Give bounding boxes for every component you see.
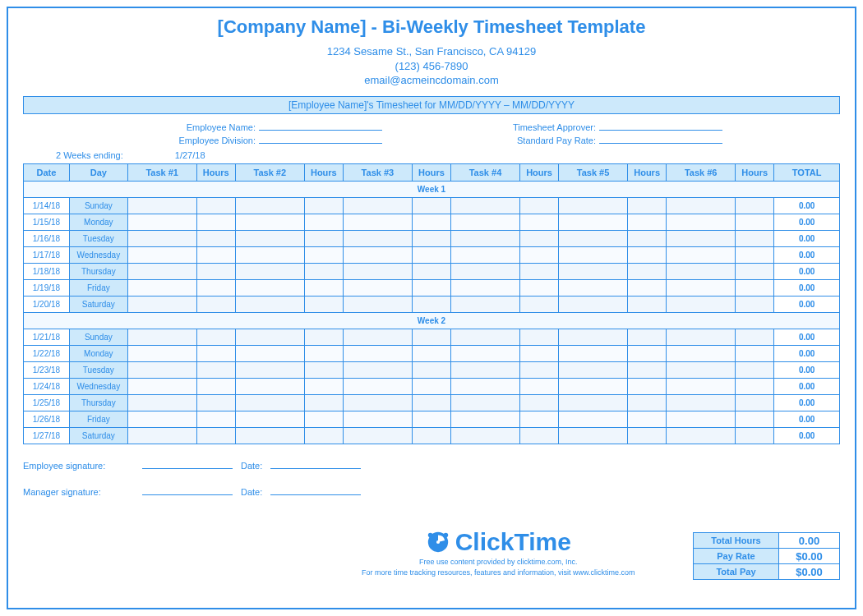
employee-name-input[interactable] (259, 121, 382, 131)
task-cell[interactable] (667, 296, 736, 312)
task-cell[interactable] (127, 296, 196, 312)
task-cell[interactable] (127, 197, 196, 214)
hours-cell[interactable] (627, 361, 666, 378)
hours-cell[interactable] (627, 197, 666, 214)
approver-input[interactable] (599, 121, 722, 131)
task-cell[interactable] (451, 230, 520, 246)
task-cell[interactable] (667, 394, 736, 411)
hours-cell[interactable] (519, 263, 558, 279)
task-cell[interactable] (343, 394, 412, 411)
hours-cell[interactable] (304, 230, 343, 246)
hours-cell[interactable] (304, 411, 343, 427)
task-cell[interactable] (343, 411, 412, 427)
task-cell[interactable] (127, 263, 196, 279)
employee-signature-line[interactable] (142, 459, 233, 469)
hours-cell[interactable] (304, 263, 343, 279)
hours-cell[interactable] (736, 246, 774, 263)
hours-cell[interactable] (736, 230, 774, 246)
task-cell[interactable] (559, 411, 628, 427)
task-cell[interactable] (559, 394, 628, 411)
hours-cell[interactable] (196, 394, 235, 411)
hours-cell[interactable] (196, 296, 235, 312)
task-cell[interactable] (127, 427, 196, 444)
task-cell[interactable] (667, 345, 736, 361)
task-cell[interactable] (235, 197, 304, 214)
manager-date-line[interactable] (270, 485, 361, 495)
task-cell[interactable] (235, 345, 304, 361)
hours-cell[interactable] (196, 378, 235, 394)
hours-cell[interactable] (412, 427, 450, 444)
hours-cell[interactable] (627, 411, 666, 427)
task-cell[interactable] (667, 361, 736, 378)
task-cell[interactable] (235, 411, 304, 427)
task-cell[interactable] (559, 214, 628, 230)
hours-cell[interactable] (519, 230, 558, 246)
hours-cell[interactable] (196, 411, 235, 427)
task-cell[interactable] (667, 427, 736, 444)
hours-cell[interactable] (627, 296, 666, 312)
task-cell[interactable] (127, 246, 196, 263)
employee-date-line[interactable] (270, 459, 361, 469)
task-cell[interactable] (451, 214, 520, 230)
task-cell[interactable] (343, 361, 412, 378)
hours-cell[interactable] (736, 263, 774, 279)
hours-cell[interactable] (304, 427, 343, 444)
hours-cell[interactable] (304, 296, 343, 312)
task-cell[interactable] (127, 361, 196, 378)
hours-cell[interactable] (196, 230, 235, 246)
hours-cell[interactable] (736, 296, 774, 312)
hours-cell[interactable] (304, 279, 343, 296)
hours-cell[interactable] (304, 329, 343, 345)
hours-cell[interactable] (412, 279, 450, 296)
hours-cell[interactable] (412, 329, 450, 345)
hours-cell[interactable] (627, 214, 666, 230)
task-cell[interactable] (235, 246, 304, 263)
task-cell[interactable] (235, 427, 304, 444)
hours-cell[interactable] (519, 378, 558, 394)
task-cell[interactable] (343, 214, 412, 230)
task-cell[interactable] (127, 329, 196, 345)
task-cell[interactable] (451, 361, 520, 378)
task-cell[interactable] (451, 329, 520, 345)
task-cell[interactable] (559, 296, 628, 312)
hours-cell[interactable] (519, 214, 558, 230)
hours-cell[interactable] (304, 378, 343, 394)
hours-cell[interactable] (736, 329, 774, 345)
hours-cell[interactable] (519, 345, 558, 361)
hours-cell[interactable] (304, 394, 343, 411)
hours-cell[interactable] (412, 246, 450, 263)
hours-cell[interactable] (736, 197, 774, 214)
task-cell[interactable] (451, 197, 520, 214)
hours-cell[interactable] (304, 214, 343, 230)
task-cell[interactable] (451, 246, 520, 263)
task-cell[interactable] (667, 263, 736, 279)
task-cell[interactable] (235, 361, 304, 378)
task-cell[interactable] (127, 345, 196, 361)
hours-cell[interactable] (736, 345, 774, 361)
task-cell[interactable] (451, 411, 520, 427)
task-cell[interactable] (235, 378, 304, 394)
task-cell[interactable] (127, 214, 196, 230)
hours-cell[interactable] (412, 361, 450, 378)
hours-cell[interactable] (196, 427, 235, 444)
task-cell[interactable] (667, 378, 736, 394)
hours-cell[interactable] (196, 263, 235, 279)
task-cell[interactable] (667, 197, 736, 214)
hours-cell[interactable] (736, 361, 774, 378)
task-cell[interactable] (667, 329, 736, 345)
payrate-input[interactable] (599, 134, 722, 144)
hours-cell[interactable] (627, 427, 666, 444)
hours-cell[interactable] (196, 197, 235, 214)
task-cell[interactable] (127, 411, 196, 427)
task-cell[interactable] (451, 394, 520, 411)
hours-cell[interactable] (736, 279, 774, 296)
task-cell[interactable] (559, 197, 628, 214)
hours-cell[interactable] (627, 279, 666, 296)
hours-cell[interactable] (196, 246, 235, 263)
hours-cell[interactable] (736, 214, 774, 230)
hours-cell[interactable] (412, 263, 450, 279)
hours-cell[interactable] (627, 345, 666, 361)
hours-cell[interactable] (412, 411, 450, 427)
task-cell[interactable] (127, 378, 196, 394)
hours-cell[interactable] (196, 214, 235, 230)
